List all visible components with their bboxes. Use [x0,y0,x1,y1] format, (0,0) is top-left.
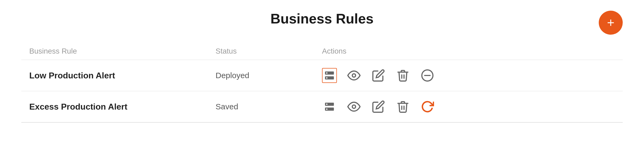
svg-point-10 [326,109,328,110]
rule-name: Excess Production Alert [29,102,216,112]
add-button[interactable]: + [599,11,623,35]
view-button[interactable] [346,99,361,114]
edit-button[interactable] [371,68,386,83]
deploy-icon-button[interactable] [322,99,337,114]
col-header-actions: Actions [322,47,615,55]
svg-point-11 [352,105,356,109]
table-row: Low Production Alert Deployed [21,60,623,91]
delete-button[interactable] [395,99,410,114]
col-header-name: Business Rule [29,47,216,55]
svg-point-4 [352,74,356,77]
row-actions [322,99,615,114]
eye-icon [347,69,361,82]
delete-button[interactable] [395,68,410,83]
page-container: Business Rules + Business Rule Status Ac… [0,0,644,160]
svg-point-9 [326,103,328,105]
deploy-button[interactable] [420,99,435,114]
rule-name: Low Production Alert [29,71,216,81]
minus-circle-icon [421,69,434,82]
view-button[interactable] [346,68,361,83]
table-container: Business Rule Status Actions Low Product… [21,43,623,123]
deploy-icon [324,70,335,81]
edit-icon [372,69,385,82]
col-header-status: Status [216,47,322,55]
rule-status: Saved [216,102,322,111]
table-footer-border [21,122,623,123]
refresh-icon [421,100,434,113]
row-actions [322,68,615,83]
table-row: Excess Production Alert Saved [21,91,623,122]
page-title: Business Rules [21,11,623,27]
svg-point-3 [326,77,328,79]
edit-button[interactable] [371,99,386,114]
trash-icon [396,100,410,113]
edit-icon [372,100,385,113]
svg-point-2 [326,72,328,74]
trash-icon [396,69,410,82]
undeploy-button[interactable] [420,68,435,83]
deploy-icon-button[interactable] [322,68,337,83]
table-header: Business Rule Status Actions [21,43,623,60]
deploy-icon [324,101,335,112]
rule-status: Deployed [216,71,322,80]
eye-icon [347,100,361,113]
